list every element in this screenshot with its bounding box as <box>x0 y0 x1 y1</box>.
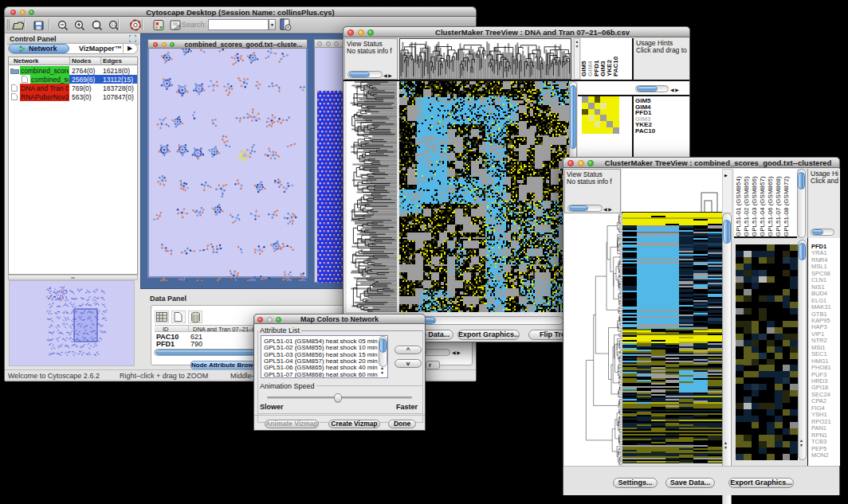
svg-text:1:1: 1:1 <box>111 23 116 27</box>
